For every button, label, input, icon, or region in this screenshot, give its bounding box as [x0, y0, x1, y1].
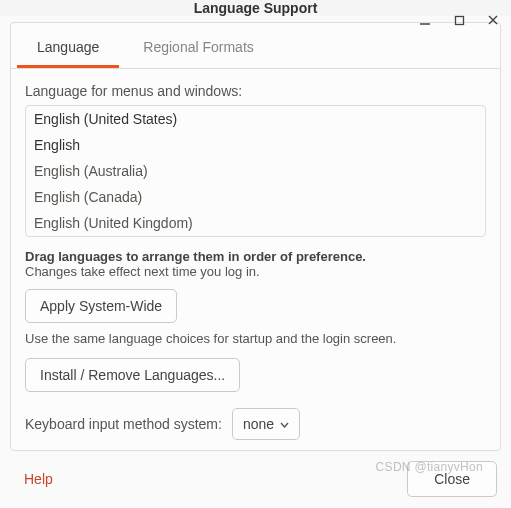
window: Language Support Language Regional Forma… [0, 0, 511, 508]
install-remove-languages-button[interactable]: Install / Remove Languages... [25, 358, 240, 392]
tab-language[interactable]: Language [17, 29, 119, 68]
list-item[interactable]: English [26, 132, 485, 158]
window-controls [417, 0, 501, 40]
content-panel: Language Regional Formats Language for m… [10, 22, 501, 451]
close-window-button[interactable] [485, 12, 501, 28]
apply-note: Use the same language choices for startu… [25, 331, 486, 346]
apply-system-wide-button[interactable]: Apply System-Wide [25, 289, 177, 323]
list-item[interactable]: English (Canada) [26, 184, 485, 210]
list-item[interactable]: English (Australia) [26, 158, 485, 184]
list-item[interactable]: English (United Kingdom) [26, 210, 485, 236]
close-button[interactable]: Close [407, 461, 497, 497]
window-title: Language Support [194, 0, 318, 16]
language-pane: Language for menus and windows: English … [11, 69, 500, 450]
keyboard-input-select[interactable]: none [232, 408, 300, 440]
titlebar: Language Support [0, 0, 511, 16]
list-item[interactable]: English (United States) [26, 106, 485, 132]
svg-rect-1 [455, 16, 463, 24]
login-hint: Changes take effect next time you log in… [25, 264, 486, 279]
dialog-footer: Help Close [0, 451, 511, 508]
maximize-button[interactable] [451, 12, 467, 28]
tab-regional-formats[interactable]: Regional Formats [123, 29, 274, 68]
minimize-button[interactable] [417, 12, 433, 28]
keyboard-input-value: none [243, 416, 274, 432]
chevron-down-icon [280, 419, 289, 430]
language-list-label: Language for menus and windows: [25, 83, 486, 99]
help-button[interactable]: Help [14, 463, 63, 495]
drag-hint: Drag languages to arrange them in order … [25, 249, 486, 264]
keyboard-input-label: Keyboard input method system: [25, 416, 222, 432]
language-list[interactable]: English (United States) English English … [25, 105, 486, 237]
